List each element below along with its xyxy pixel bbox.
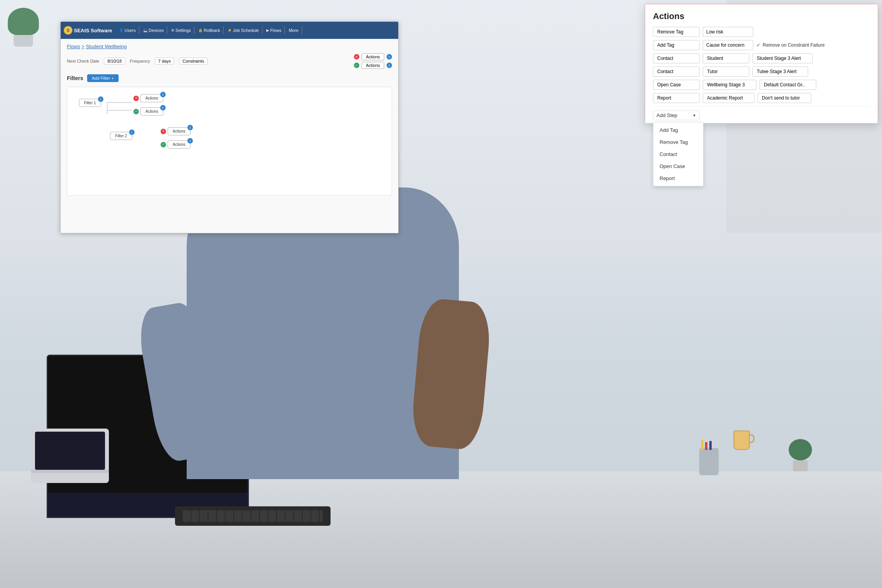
- action-type-1[interactable]: Remove Tag Add Tag Contact Open Case Rep…: [653, 27, 700, 37]
- panel-divider: [653, 106, 870, 107]
- devices-icon: 💻: [143, 28, 147, 32]
- add-step-label: Add Step: [656, 112, 677, 118]
- nav-jobschedule-label: Job Schedule: [233, 28, 259, 33]
- action-type-6-wrapper: Report Add Tag Remove Tag Contact Open C…: [653, 93, 700, 103]
- actions-btn-top1[interactable]: Actions: [362, 53, 384, 60]
- filter1-actions-row-top: ✕ Actions 3: [133, 94, 163, 102]
- add-step-trigger[interactable]: Add Step ▼: [653, 110, 700, 120]
- frequency-input[interactable]: 7 days: [155, 58, 174, 65]
- flow-diagram: Filter 1 2 ✕ Actions 3 ✓ Actions 6: [67, 87, 392, 196]
- nav-item-jobschedule[interactable]: ⚡ Job Schedule: [224, 26, 262, 34]
- filter2-label: Filter 2: [115, 134, 127, 138]
- dropdown-item-report[interactable]: Report: [653, 172, 703, 184]
- filter2-actions-row-top: ✕ Actions 3: [161, 127, 191, 135]
- line-v1: [107, 102, 107, 114]
- settings-icon: ⚙: [171, 28, 174, 32]
- actions-badge-1: 3: [160, 92, 166, 97]
- nav-rollback-label: Rollback: [204, 28, 220, 33]
- nav-item-users[interactable]: 👤 Users: [116, 26, 139, 34]
- action-type-5-wrapper: Open Case Add Tag Remove Tag Contact Rep…: [653, 80, 700, 90]
- alert-type-4[interactable]: Tutee Stage 3 Alert: [752, 66, 808, 77]
- add-step-dropdown: Add Tag Remove Tag Contact Open Case Rep…: [653, 122, 704, 186]
- nav-item-settings[interactable]: ⚙ Settings: [168, 26, 194, 34]
- actions-badge-2: 6: [160, 105, 166, 110]
- dropdown-item-add-tag[interactable]: Add Tag: [653, 124, 703, 136]
- action-row-6: Report Add Tag Remove Tag Contact Open C…: [653, 93, 870, 103]
- green-check-dot1: ✓: [133, 109, 139, 114]
- case-type-5[interactable]: Wellbeing Stage 3: [703, 80, 756, 90]
- actions-badge-row2: ✓ Actions 6: [354, 62, 392, 69]
- flow-controls: Next Check Date 8/10/18 Frequency 7 days…: [67, 53, 392, 69]
- nav-item-devices[interactable]: 💻 Devices: [140, 26, 167, 34]
- contact-group-5[interactable]: Default Contact Gr..: [760, 80, 816, 90]
- main-actions-panel: Actions Remove Tag Add Tag Contact Open …: [645, 4, 878, 124]
- nav-item-more[interactable]: More: [285, 26, 302, 34]
- action-row-4: Contact Add Tag Remove Tag Open Case Rep…: [653, 66, 870, 77]
- blue-badge-top2: 6: [387, 63, 392, 68]
- send-option-6[interactable]: Don't send to tutor: [758, 93, 811, 103]
- rollback-icon: 🔒: [198, 28, 203, 32]
- action-type-2[interactable]: Add Tag Remove Tag Contact Open Case Rep…: [653, 40, 700, 50]
- users-icon: 👤: [119, 28, 123, 32]
- actions-label-2: Actions: [145, 109, 158, 114]
- action-value-1: Low risk: [703, 27, 753, 37]
- filter1-actions-row-bottom: ✓ Actions 6: [133, 107, 163, 116]
- action-type-6[interactable]: Report Add Tag Remove Tag Contact Open C…: [653, 93, 700, 103]
- filters-title: Filters: [67, 75, 83, 81]
- contact-type-4-wrapper: Tutor Student: [703, 66, 749, 77]
- filter1-node: Filter 1 2: [79, 99, 101, 107]
- case-type-5-wrapper: Wellbeing Stage 3: [703, 80, 756, 90]
- actions-box-1[interactable]: Actions 3: [140, 94, 163, 102]
- green-check-dot2: ✓: [161, 142, 166, 147]
- action-type-3[interactable]: Contact Add Tag Remove Tag Open Case Rep…: [653, 53, 700, 63]
- constraint-failure-checkbox-row: ✓ Remove on Constraint Failure: [756, 42, 824, 48]
- line-2: [107, 110, 132, 110]
- action-type-5[interactable]: Open Case Add Tag Remove Tag Contact Rep…: [653, 80, 700, 90]
- actions-label-4: Actions: [173, 142, 186, 147]
- action-type-4[interactable]: Contact Add Tag Remove Tag Open Case Rep…: [653, 66, 700, 77]
- actions-badge-row1: ✕ Actions 3: [354, 53, 392, 60]
- filter2-node: Filter 2 2: [110, 132, 132, 140]
- line-1: [107, 102, 132, 103]
- coffee-cup: [733, 430, 750, 450]
- report-type-6-wrapper: Academic Report: [703, 93, 754, 103]
- next-check-input[interactable]: 8/10/18: [104, 58, 125, 65]
- actions-box-4[interactable]: Actions 3: [168, 140, 191, 149]
- breadcrumb-flows[interactable]: Flows: [67, 44, 80, 49]
- action-row-1: Remove Tag Add Tag Contact Open Case Rep…: [653, 27, 870, 37]
- add-filter-button[interactable]: Add Filter +: [87, 74, 119, 82]
- nav-settings-label: Settings: [175, 28, 191, 33]
- nav-item-flows[interactable]: ▶ Flows: [263, 26, 285, 34]
- filter1-badge: 2: [98, 96, 103, 102]
- action-row-3: Contact Add Tag Remove Tag Open Case Rep…: [653, 53, 870, 63]
- jobschedule-icon: ⚡: [228, 28, 232, 32]
- filter1-label: Filter 1: [84, 101, 96, 105]
- breadcrumb-separator: >: [82, 44, 85, 49]
- actions-btn-top2[interactable]: Actions: [362, 62, 384, 69]
- actions-panel-title: Actions: [653, 11, 870, 21]
- laptop: [31, 429, 109, 483]
- app-window: S SEAtS Software 👤 Users 💻 Devices ⚙ Set…: [60, 21, 399, 233]
- alert-type-3[interactable]: Student Stage 3 Alert: [752, 53, 813, 63]
- action-row-2: Add Tag Remove Tag Contact Open Case Rep…: [653, 40, 870, 50]
- report-type-6[interactable]: Academic Report: [703, 93, 754, 103]
- action-type-1-wrapper: Remove Tag Add Tag Contact Open Case Rep…: [653, 27, 700, 37]
- action-type-4-wrapper: Contact Add Tag Remove Tag Open Case Rep…: [653, 66, 700, 77]
- alert-type-3-wrapper: Student Stage 3 Alert: [752, 53, 813, 63]
- dropdown-item-remove-tag[interactable]: Remove Tag: [653, 136, 703, 148]
- red-x-dot2: ✕: [161, 129, 166, 134]
- alert-type-4-wrapper: Tutee Stage 3 Alert: [752, 66, 808, 77]
- contact-type-3[interactable]: Student Tutor: [703, 53, 749, 63]
- nav-item-rollback[interactable]: 🔒 Rollback: [195, 26, 224, 34]
- dropdown-item-contact[interactable]: Contact: [653, 148, 703, 160]
- send-option-6-wrapper: Don't send to tutor: [758, 93, 811, 103]
- add-step-container: Add Step ▼ Add Tag Remove Tag Contact Op…: [653, 110, 700, 120]
- breadcrumb-current: Student Wellbeing: [86, 44, 127, 49]
- app-content: Flows > Student Wellbeing Next Check Dat…: [61, 39, 398, 233]
- actions-box-2[interactable]: Actions 6: [140, 107, 163, 116]
- contact-type-4[interactable]: Tutor Student: [703, 66, 749, 77]
- constraints-button[interactable]: Constraints: [179, 58, 208, 65]
- breadcrumb: Flows > Student Wellbeing: [67, 44, 392, 49]
- actions-box-3[interactable]: Actions 3: [168, 127, 191, 135]
- dropdown-item-open-case[interactable]: Open Case: [653, 160, 703, 172]
